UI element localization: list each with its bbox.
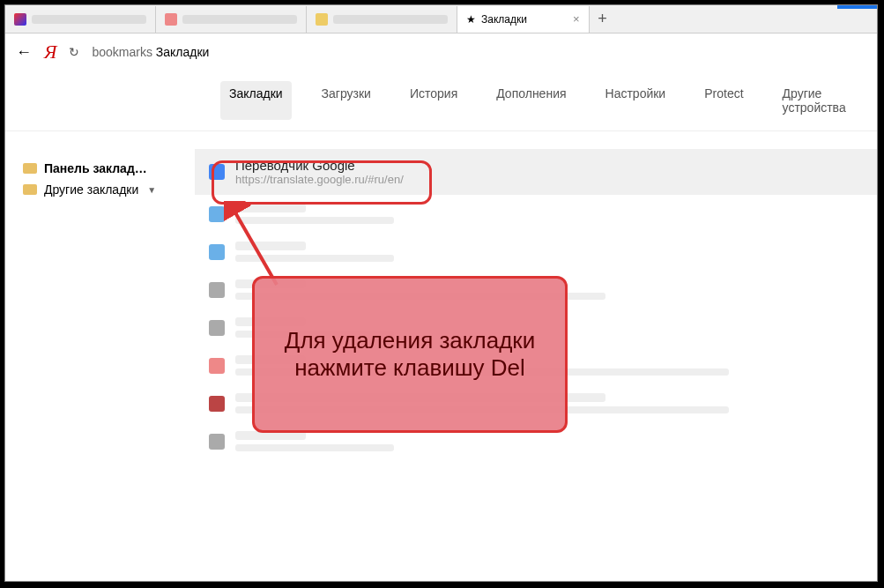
favicon-icon (165, 13, 177, 26)
folder-label: Другие закладки (44, 182, 138, 197)
nav-addons[interactable]: Дополнения (487, 81, 575, 120)
nav-history[interactable]: История (401, 81, 466, 120)
nav-protect[interactable]: Protect (695, 81, 752, 120)
bookmark-item[interactable] (195, 233, 877, 271)
favicon-icon (14, 13, 26, 26)
folder-label: Панель заклад… (44, 161, 147, 175)
nav-downloads[interactable]: Загрузки (313, 81, 380, 120)
sidebar: Панель заклад… Другие закладки ▼ (5, 131, 195, 460)
yandex-logo-icon[interactable]: Я (44, 41, 56, 63)
close-icon[interactable]: × (573, 12, 580, 26)
nav-tabs: Закладки Загрузки История Дополнения Нас… (5, 71, 877, 131)
nav-bookmarks[interactable]: Закладки (220, 81, 292, 120)
tab-1[interactable] (5, 6, 156, 33)
favicon-icon (209, 206, 225, 222)
dropdown-icon: ▼ (147, 185, 156, 195)
favicon-icon (209, 434, 225, 450)
callout-annotation: Для удаления закладки нажмите клавишу De… (252, 276, 568, 433)
tab-bookmarks[interactable]: ★ Закладки × (457, 6, 590, 33)
address-bar: ← Я ↻ bookmarks Закладки (5, 33, 877, 71)
tab-label: Закладки (481, 13, 561, 26)
highlight-annotation (212, 160, 432, 205)
nav-settings[interactable]: Настройки (597, 81, 675, 120)
browser-window: ★ Закладки × + ← Я ↻ bookmarks Закладки … (4, 4, 878, 582)
url-page: Закладки (156, 45, 210, 59)
folder-bookmarks-bar[interactable]: Панель заклад… (23, 158, 177, 179)
favicon-icon (209, 282, 225, 298)
favicon-icon (316, 13, 328, 26)
window-accent (837, 5, 877, 9)
folder-icon (23, 184, 37, 195)
reload-icon[interactable]: ↻ (69, 45, 79, 59)
tab-3[interactable] (307, 6, 457, 33)
tabstrip: ★ Закладки × + (5, 5, 877, 33)
favicon-icon (209, 396, 225, 412)
callout-text: Для удаления закладки нажмите клавишу De… (264, 327, 556, 382)
url-prefix: bookmarks (92, 45, 152, 59)
folder-icon (23, 163, 37, 174)
favicon-icon (209, 320, 225, 336)
favicon-icon (209, 244, 225, 260)
tab-2[interactable] (156, 6, 307, 33)
nav-devices[interactable]: Другие устройства (774, 81, 877, 120)
svg-line-0 (233, 208, 277, 285)
folder-other-bookmarks[interactable]: Другие закладки ▼ (23, 179, 177, 200)
back-button[interactable]: ← (16, 43, 32, 62)
star-icon: ★ (466, 13, 476, 26)
favicon-icon (209, 358, 225, 374)
address-field[interactable]: bookmarks Закладки (92, 45, 209, 59)
new-tab-button[interactable]: + (590, 10, 616, 28)
